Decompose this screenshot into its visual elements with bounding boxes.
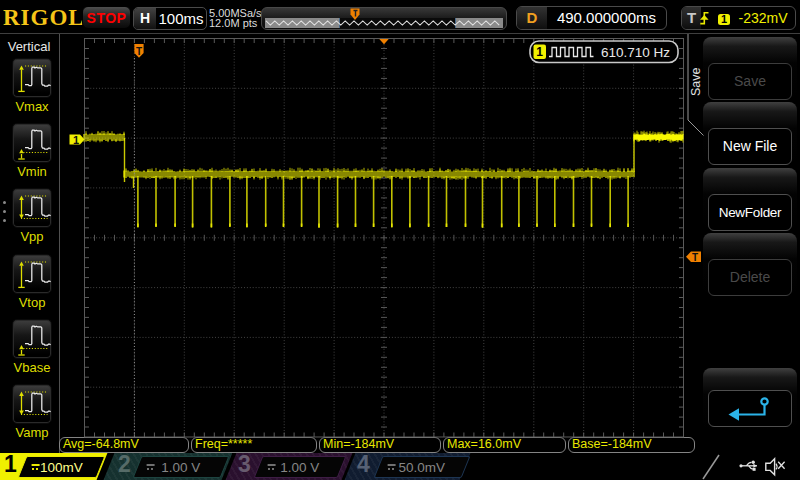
svg-text:T: T [136,46,142,57]
svg-text:Save: Save [689,67,703,96]
svg-text:1: 1 [73,134,79,146]
svg-text:T: T [692,252,698,263]
svg-text:610.710 Hz: 610.710 Hz [601,45,670,60]
svg-text:1: 1 [536,45,543,59]
